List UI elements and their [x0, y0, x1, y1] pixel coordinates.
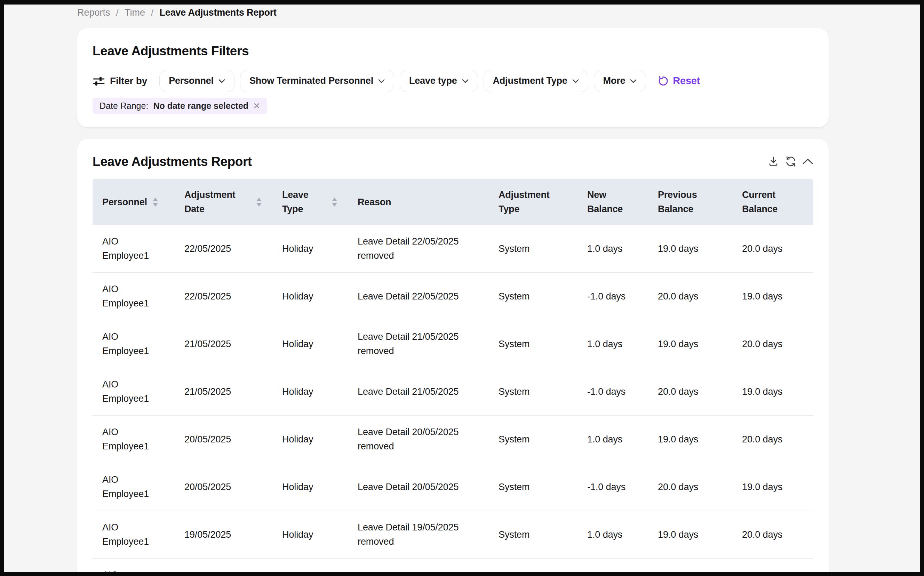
cell-new-balance: -1.0 days — [578, 472, 648, 502]
filter-dropdown-label: Adjustment Type — [493, 75, 567, 86]
filter-dropdown-button[interactable]: Personnel — [159, 70, 234, 92]
filter-dropdown-button[interactable]: Show Terminated Personnel — [240, 70, 394, 92]
cell-reason: Leave Detail 20/05/2025 — [348, 472, 489, 502]
filter-buttons: Personnel Show Terminated Personnel — [159, 70, 646, 92]
column-header[interactable]: Leave Type — [272, 181, 348, 223]
breadcrumb-separator: / — [116, 7, 119, 18]
sort-arrows-icon[interactable] — [331, 197, 338, 207]
date-range-chip-label: Date Range: — [99, 101, 148, 111]
cell-previous-balance: 19.0 days — [648, 330, 732, 359]
cell-reason: Leave Detail 19/05/2025 removed — [348, 513, 489, 557]
table-body: AIO Employee1 22/05/2025 Holiday Leave D… — [93, 225, 814, 572]
filter-by: Filter by — [93, 75, 147, 86]
breadcrumb-reports[interactable]: Reports — [77, 7, 110, 18]
main-content: Reports / Time / Leave Adjustments Repor… — [77, 6, 829, 572]
cell-previous-balance: 19.0 days — [648, 520, 732, 550]
cell-current-balance: 19.0 days — [732, 377, 814, 406]
breadcrumb-current: Leave Adjustments Report — [160, 7, 277, 18]
column-header-label: Current Balance — [742, 188, 803, 216]
cell-new-balance: 1.0 days — [578, 520, 648, 550]
breadcrumb: Reports / Time / Leave Adjustments Repor… — [77, 6, 829, 19]
column-header[interactable]: Previous Balance — [648, 181, 732, 223]
table-row: AIO Employee1 22/05/2025 Holiday Leave D… — [93, 273, 814, 320]
table-row: AIO Employee1 19/05/2025 Holiday Leave D… — [93, 511, 814, 558]
column-header[interactable]: New Balance — [578, 181, 648, 223]
cell-current-balance: 20.0 days — [732, 425, 814, 454]
column-header[interactable]: Personnel — [93, 188, 175, 216]
cell-leave-type: Holiday — [272, 377, 348, 406]
reset-label: Reset — [673, 75, 700, 86]
filter-dropdown-label: More — [603, 75, 626, 86]
cell-adjustment-date: 21/05/2025 — [175, 330, 272, 359]
filters-card: Leave Adjustments Filters Filter by — [77, 28, 829, 127]
column-header-label: New Balance — [587, 188, 638, 216]
download-button[interactable] — [767, 155, 779, 167]
column-header[interactable]: Adjustment Type — [489, 181, 578, 223]
report-header: Leave Adjustments Report — [93, 154, 814, 170]
chevron-down-icon — [572, 79, 579, 83]
chip-row: Date Range: No date range selected — [93, 98, 814, 114]
filter-dropdown-label: Leave type — [409, 75, 457, 86]
cell-leave-type: Holiday — [272, 282, 348, 311]
chevron-down-icon — [630, 79, 637, 83]
cell-personnel: AIO Employee1 — [93, 274, 175, 318]
column-header-label: Personnel — [102, 195, 147, 210]
report-title: Leave Adjustments Report — [93, 154, 252, 170]
cell-leave-type: Holiday — [272, 234, 348, 264]
cell-adjustment-date: 20/05/2025 — [175, 425, 272, 454]
chevron-down-icon — [218, 79, 225, 83]
filter-dropdown-label: Show Terminated Personnel — [250, 75, 373, 86]
table-row: AIO Employee1 — [93, 558, 814, 572]
cell-adjustment-type: System — [489, 472, 578, 502]
cell-current-balance: 19.0 days — [732, 472, 814, 502]
sort-arrows-icon[interactable] — [152, 197, 158, 207]
cell-new-balance: 1.0 days — [578, 234, 648, 264]
cell-previous-balance: 20.0 days — [648, 377, 732, 406]
cell-leave-type: Holiday — [272, 472, 348, 502]
column-header[interactable]: Reason — [348, 188, 489, 216]
report-actions — [767, 155, 814, 167]
download-icon — [767, 155, 779, 167]
reset-button[interactable]: Reset — [657, 75, 700, 86]
cell-current-balance: 20.0 days — [732, 520, 814, 550]
close-icon[interactable] — [253, 102, 260, 109]
column-header-label: Adjustment Type — [498, 188, 567, 216]
cell-previous-balance: 19.0 days — [648, 425, 732, 454]
collapse-button[interactable] — [802, 158, 814, 165]
filter-row: Filter by Personnel Show Terminated — [93, 70, 814, 92]
date-range-chip-value: No date range selected — [153, 101, 248, 111]
cell-personnel: AIO Employee1 — [93, 560, 175, 572]
cell-new-balance: -1.0 days — [578, 377, 648, 406]
sort-arrows-icon[interactable] — [256, 197, 262, 207]
chevron-down-icon — [462, 79, 469, 83]
sliders-icon — [93, 75, 105, 86]
date-range-chip: Date Range: No date range selected — [93, 98, 267, 114]
cell-adjustment-date: 20/05/2025 — [175, 472, 272, 502]
table-row: AIO Employee1 20/05/2025 Holiday Leave D… — [93, 463, 814, 511]
cell-adjustment-type: System — [489, 282, 578, 311]
column-header-label: Adjustment Date — [184, 188, 251, 216]
table-row: AIO Employee1 20/05/2025 Holiday Leave D… — [93, 416, 814, 463]
column-header[interactable]: Adjustment Date — [175, 181, 272, 223]
breadcrumb-time[interactable]: Time — [125, 7, 145, 18]
rotate-ccw-icon — [657, 75, 668, 86]
filter-dropdown-button[interactable]: More — [594, 70, 646, 92]
filters-title: Leave Adjustments Filters — [93, 43, 814, 59]
cell-leave-type: Holiday — [272, 330, 348, 359]
chevron-up-icon — [802, 158, 814, 165]
filter-dropdown-label: Personnel — [169, 75, 214, 86]
breadcrumb-separator: / — [151, 7, 154, 18]
cell-adjustment-type: System — [489, 520, 578, 550]
refresh-icon — [785, 155, 797, 167]
table-row: AIO Employee1 21/05/2025 Holiday Leave D… — [93, 320, 814, 368]
refresh-button[interactable] — [785, 155, 797, 167]
column-header-label: Previous Balance — [658, 188, 722, 216]
cell-personnel: AIO Employee1 — [93, 322, 175, 366]
column-header[interactable]: Current Balance — [732, 181, 814, 223]
cell-current-balance: 20.0 days — [732, 234, 814, 264]
cell-previous-balance: 19.0 days — [648, 234, 732, 264]
cell-reason: Leave Detail 22/05/2025 removed — [348, 227, 489, 270]
filter-dropdown-button[interactable]: Leave type — [400, 70, 478, 92]
filter-dropdown-button[interactable]: Adjustment Type — [484, 70, 588, 92]
report-card: Leave Adjustments Report — [77, 139, 829, 572]
